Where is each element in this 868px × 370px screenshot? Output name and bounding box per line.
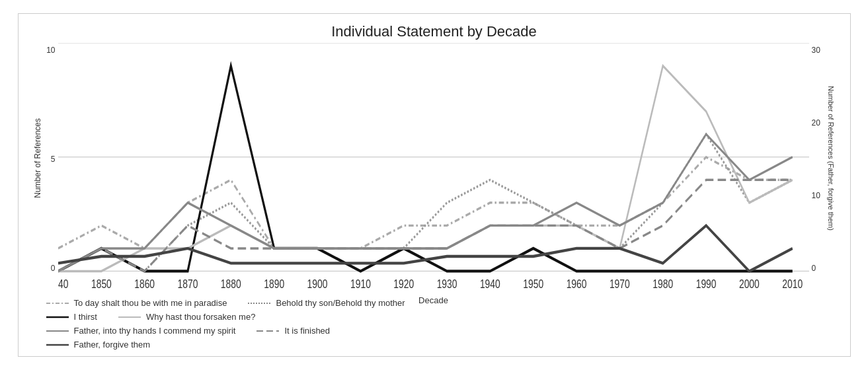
legend-line-it-finished: [255, 326, 280, 336]
chart-container: Individual Statement by Decade Number of…: [18, 13, 851, 357]
legend-label-why-hast: Why hast thou forsaken me?: [146, 312, 255, 322]
y-tick-right-20: 20: [812, 118, 820, 128]
legend-item-thirst: I thirst: [45, 312, 97, 322]
legend-line-thirst: [45, 313, 70, 322]
legend-svg-thirst: [45, 313, 70, 322]
svg-text:1890: 1890: [264, 277, 284, 291]
legend-label-thirst: I thirst: [74, 312, 97, 322]
y-tick-left-0: 0: [51, 264, 56, 273]
svg-text:1880: 1880: [220, 277, 241, 291]
svg-text:1840: 1840: [58, 277, 68, 291]
y-tick-right-10: 10: [812, 191, 820, 200]
svg-text:1970: 1970: [609, 277, 629, 291]
legend-svg-father-hands: [45, 326, 70, 336]
legend-line-father-hands: [45, 326, 70, 336]
legend-label-father-hands: Father, into thy hands I commend my spir…: [74, 326, 236, 336]
y-tick-right-30: 30: [812, 46, 820, 55]
legend-svg-father-forgive: [45, 340, 70, 350]
legend-area: To day shalt thou be with me in paradise…: [32, 298, 837, 350]
chart-area: Number of References 10 5 0: [32, 43, 837, 294]
series-i-thirst: [58, 66, 793, 272]
legend-row-3: Father, into thy hands I commend my spir…: [45, 326, 824, 336]
svg-text:2010: 2010: [782, 277, 803, 291]
legend-item-father-forgive: Father, forgive them: [45, 340, 151, 350]
svg-text:1860: 1860: [134, 277, 155, 291]
svg-text:1930: 1930: [436, 277, 457, 291]
svg-text:1910: 1910: [350, 277, 370, 291]
svg-text:1950: 1950: [523, 277, 543, 291]
legend-label-it-finished: It is finished: [284, 326, 330, 336]
legend-item-it-finished: It is finished: [255, 326, 330, 336]
svg-text:1960: 1960: [566, 277, 586, 291]
legend-svg-why-hast: [117, 313, 142, 322]
svg-text:1940: 1940: [479, 277, 500, 291]
series-why-hast: [58, 66, 793, 272]
svg-text:1980: 1980: [652, 277, 673, 291]
svg-text:1870: 1870: [177, 277, 198, 291]
svg-text:1990: 1990: [695, 277, 716, 291]
svg-plot-area: 1840 1850 1860 1870 1880 1890 1900 1910 …: [58, 43, 809, 294]
svg-text:2000: 2000: [738, 277, 759, 291]
svg-text:1850: 1850: [91, 277, 111, 291]
legend-item-why-hast: Why hast thou forsaken me?: [117, 312, 255, 322]
legend-line-father-forgive: [45, 340, 70, 350]
legend-svg-it-finished: [255, 326, 280, 336]
legend-line-why-hast: [117, 313, 142, 322]
y-tick-right-0: 0: [812, 264, 816, 273]
legend-row-4: Father, forgive them: [45, 340, 824, 350]
chart-title: Individual Statement by Decade: [331, 23, 537, 40]
x-axis-label: Decade: [58, 295, 809, 305]
y-axis-left-label: Number of References: [33, 118, 42, 198]
y-axis-right-label: Number of References (Father, forgive th…: [827, 86, 835, 231]
legend-row-2: I thirst Why hast thou forsaken me?: [45, 312, 824, 322]
y-tick-left-5: 5: [51, 155, 56, 164]
svg-text:1900: 1900: [307, 277, 327, 291]
y-tick-left-10: 10: [46, 46, 55, 55]
svg-text:1920: 1920: [393, 277, 414, 291]
chart-svg: 1840 1850 1860 1870 1880 1890 1900 1910 …: [58, 43, 809, 294]
legend-label-father-forgive: Father, forgive them: [74, 340, 151, 350]
legend-item-father-hands: Father, into thy hands I commend my spir…: [45, 326, 236, 336]
